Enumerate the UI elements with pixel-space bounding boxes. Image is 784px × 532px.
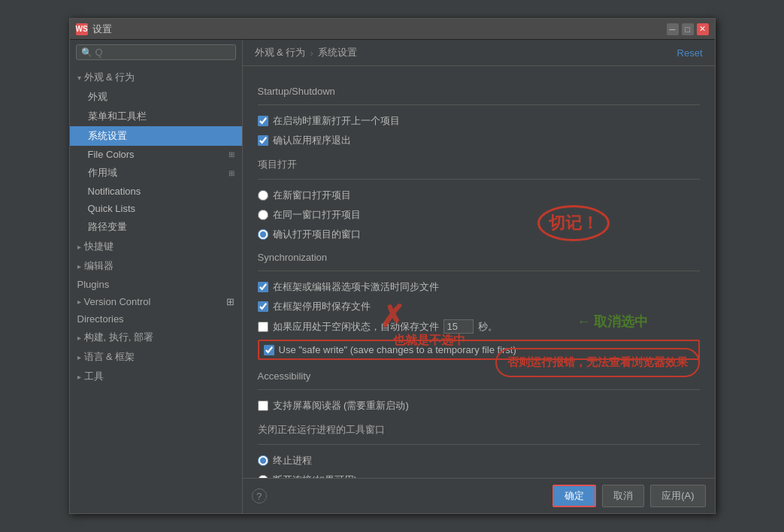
new-window-label: 在新窗口打开项目 xyxy=(273,189,351,202)
sidebar: 🔍 ▾ 外观 & 行为 外观 菜单和工具栏 系统设置 xyxy=(70,40,243,513)
checkbox-reopen-projects: 在启动时重新打开上一个项目 xyxy=(258,114,700,128)
chevron-right-icon: ▸ xyxy=(77,262,81,271)
sidebar-item-path-vars[interactable]: 路径变量 xyxy=(70,217,242,237)
apply-button[interactable]: 应用(A) xyxy=(650,485,705,507)
radio-disconnect: 断开连接(如果可用) xyxy=(258,473,700,478)
autosave-suffix: 秒。 xyxy=(478,320,498,334)
sidebar-item-scopes[interactable]: 作用域 ⊞ xyxy=(70,163,242,183)
title-bar: WS 设置 ─ □ ✕ xyxy=(70,19,715,40)
radio-terminate: 终止进程 xyxy=(258,454,700,467)
breadcrumb: 外观 & 行为 › 系统设置 Reset xyxy=(243,40,715,66)
chevron-right-icon: ▸ xyxy=(77,243,81,251)
same-window-radio[interactable] xyxy=(258,210,268,220)
annotation-circle: 切记！ xyxy=(537,205,610,241)
settings-dialog: WS 设置 ─ □ ✕ 🔍 ▾ 外观 & 行为 外观 xyxy=(69,18,716,514)
radio-new-window: 在新窗口打开项目 xyxy=(258,189,700,202)
sidebar-item-menus[interactable]: 菜单和工具栏 xyxy=(70,107,242,126)
disconnect-radio[interactable] xyxy=(258,475,268,478)
sidebar-group-build[interactable]: ▸ 构建, 执行, 部署 xyxy=(70,328,242,347)
sidebar-item-quick-lists[interactable]: Quick Lists xyxy=(70,200,242,217)
sync-activate-label: 在框架或编辑器选项卡激活时同步文件 xyxy=(273,280,439,294)
minimize-button[interactable]: ─ xyxy=(667,23,679,35)
close-running-section-title: 关闭正在运行进程的工具窗口 xyxy=(258,423,700,437)
sidebar-group-shortcuts[interactable]: ▸ 快捷键 xyxy=(70,237,242,256)
annotation-arrow-text: ← 取消选中 xyxy=(577,314,648,329)
confirm-exit-label: 确认应用程序退出 xyxy=(273,134,351,147)
vcs-badge: ⊞ xyxy=(226,296,235,307)
sidebar-item-notifications[interactable]: Notifications xyxy=(70,183,242,200)
chevron-right-icon: ▸ xyxy=(77,353,81,361)
sidebar-group-tools[interactable]: ▸ 工具 xyxy=(70,367,242,386)
radio-confirm-open: 确认打开项目的窗口 xyxy=(258,228,700,241)
breadcrumb-path: 外观 & 行为 › 系统设置 xyxy=(255,46,357,59)
dialog-title: 设置 xyxy=(92,23,112,36)
same-window-label: 在同一窗口打开项目 xyxy=(273,208,361,222)
sidebar-group-label: 编辑器 xyxy=(84,259,114,273)
settings-panel: Startup/Shutdown 在启动时重新打开上一个项目 确认应用程序退出 … xyxy=(243,66,715,478)
annotation-warning: 否则运行报错，无法查看浏览器效果 xyxy=(495,348,700,377)
sidebar-group-label: 快捷键 xyxy=(84,240,114,253)
scopes-badge: ⊞ xyxy=(229,169,235,177)
search-input[interactable] xyxy=(95,47,231,58)
terminate-radio[interactable] xyxy=(258,455,268,466)
search-box[interactable]: 🔍 xyxy=(76,44,236,60)
checkbox-save-on-deactivate: 在框架停用时保存文件 xyxy=(258,300,700,313)
chevron-down-icon: ▾ xyxy=(77,74,81,82)
chevron-right-icon: ▸ xyxy=(77,334,81,342)
chevron-right-icon: ▸ xyxy=(77,373,81,381)
confirm-open-radio[interactable] xyxy=(258,229,268,240)
confirm-open-label: 确认打开项目的窗口 xyxy=(273,228,361,241)
annotation-arrow: ← 取消选中 xyxy=(577,313,648,331)
sidebar-item-system-settings[interactable]: 系统设置 xyxy=(70,126,242,146)
autosave-interval-input[interactable] xyxy=(443,319,474,334)
sidebar-group-editor[interactable]: ▸ 编辑器 xyxy=(70,256,242,276)
screen-reader-label: 支持屏幕阅读器 (需要重新启动) xyxy=(273,399,409,413)
breadcrumb-separator: › xyxy=(310,47,313,59)
help-button[interactable]: ? xyxy=(252,488,267,503)
reset-button[interactable]: Reset xyxy=(677,47,703,59)
sidebar-group-plugins[interactable]: Plugins xyxy=(70,276,242,293)
cancel-button[interactable]: 取消 xyxy=(602,485,644,507)
screen-reader-checkbox[interactable] xyxy=(258,401,268,411)
sidebar-group-label: 语言 & 框架 xyxy=(84,350,135,364)
sidebar-group-directories[interactable]: Directories xyxy=(70,310,242,328)
breadcrumb-part-1: 外观 & 行为 xyxy=(255,46,306,59)
radio-same-window: 在同一窗口打开项目 xyxy=(258,208,700,222)
checkbox-screen-reader: 支持屏幕阅读器 (需要重新启动) xyxy=(258,399,700,413)
title-bar-controls: ─ □ ✕ xyxy=(667,23,709,35)
sidebar-group-languages[interactable]: ▸ 语言 & 框架 xyxy=(70,347,242,367)
reopen-projects-checkbox[interactable] xyxy=(258,116,268,126)
safe-write-checkbox[interactable] xyxy=(264,345,274,355)
search-icon: 🔍 xyxy=(81,47,92,58)
footer-left: ? xyxy=(252,485,547,507)
confirm-exit-checkbox[interactable] xyxy=(258,135,268,146)
sidebar-group-label: 外观 & 行为 xyxy=(84,71,135,84)
sidebar-group-appearance[interactable]: ▾ 外观 & 行为 xyxy=(70,68,242,87)
confirm-button[interactable]: 确定 xyxy=(552,485,596,507)
save-deactivate-checkbox[interactable] xyxy=(258,301,268,312)
sidebar-item-file-colors[interactable]: File Colors ⊞ xyxy=(70,146,242,163)
sidebar-group-label: Plugins xyxy=(77,279,110,290)
terminate-label: 终止进程 xyxy=(273,454,312,467)
main-content: 外观 & 行为 › 系统设置 Reset Startup/Shutdown 在启… xyxy=(243,40,715,513)
checkbox-confirm-exit: 确认应用程序退出 xyxy=(258,134,700,147)
new-window-radio[interactable] xyxy=(258,190,268,201)
checkbox-sync-on-activate: 在框架或编辑器选项卡激活时同步文件 xyxy=(258,280,700,294)
sidebar-group-vcs[interactable]: ▸ Version Control ⊞ xyxy=(70,293,242,310)
sidebar-item-appearance[interactable]: 外观 xyxy=(70,87,242,107)
autosave-checkbox[interactable] xyxy=(258,322,268,332)
annotation-circle-text: 切记！ xyxy=(549,213,598,232)
annotation-below-text: 也就是不选中 xyxy=(393,333,465,349)
dialog-body: 🔍 ▾ 外观 & 行为 外观 菜单和工具栏 系统设置 xyxy=(70,40,715,513)
save-deactivate-label: 在框架停用时保存文件 xyxy=(273,300,371,313)
reopen-projects-label: 在启动时重新打开上一个项目 xyxy=(273,114,400,128)
dialog-footer: ? 确定 取消 应用(A) xyxy=(243,478,715,513)
sync-section-title: Synchronization xyxy=(258,252,700,263)
file-colors-badge: ⊞ xyxy=(229,150,235,159)
sync-activate-checkbox[interactable] xyxy=(258,282,268,292)
sidebar-group-label: Version Control xyxy=(84,296,151,307)
close-button[interactable]: ✕ xyxy=(697,23,709,35)
breadcrumb-part-2: 系统设置 xyxy=(318,46,357,59)
maximize-button[interactable]: □ xyxy=(682,23,694,35)
autosave-label: 如果应用处于空闲状态，自动保存文件 xyxy=(273,320,439,334)
